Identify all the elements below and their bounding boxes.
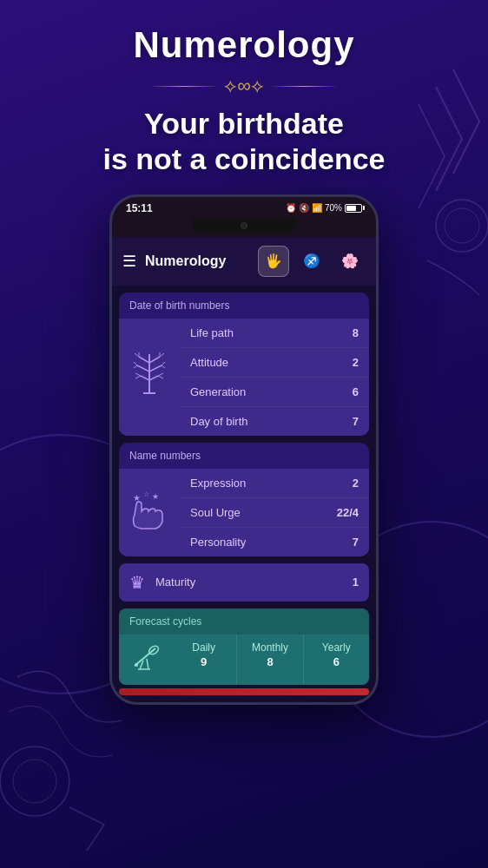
day-of-birth-value: 7 bbox=[353, 415, 359, 428]
astrology-button[interactable]: ♐ bbox=[296, 246, 327, 277]
generation-label: Generation bbox=[190, 385, 246, 398]
date-of-birth-section: Date of birth numbers bbox=[119, 293, 369, 436]
svg-line-5 bbox=[139, 357, 149, 363]
forecast-section: Forecast cycles bbox=[119, 608, 369, 685]
svg-text:★: ★ bbox=[152, 492, 159, 501]
daily-label: Daily bbox=[175, 641, 233, 654]
header-icons: 🖐 ♐ 🌸 bbox=[258, 246, 366, 277]
svg-line-11 bbox=[135, 353, 139, 357]
personality-label: Personality bbox=[190, 536, 246, 549]
forecast-icon bbox=[129, 641, 161, 678]
date-of-birth-body: Life path 8 Attitude 2 Generation 6 bbox=[119, 319, 369, 436]
soul-urge-value: 22/4 bbox=[337, 506, 359, 519]
maturity-icon: ♛ bbox=[129, 572, 145, 593]
svg-text:☆: ☆ bbox=[143, 490, 149, 498]
life-path-row[interactable]: Life path 8 bbox=[180, 319, 369, 348]
life-path-label: Life path bbox=[190, 326, 234, 339]
yearly-label: Yearly bbox=[307, 641, 366, 654]
ornament-symbol: ⟡∞⟡ bbox=[224, 75, 264, 97]
name-numbers-body: ★ ☆ ★ Expression 2 bbox=[119, 469, 369, 556]
svg-line-20 bbox=[135, 376, 141, 378]
svg-line-30 bbox=[147, 659, 148, 669]
attitude-value: 2 bbox=[353, 356, 359, 369]
battery-label: 70% bbox=[325, 203, 342, 213]
date-icon-col bbox=[119, 319, 180, 436]
forecast-body: Daily 9 Monthly 8 Yearly 6 bbox=[119, 635, 369, 685]
expression-label: Expression bbox=[190, 477, 246, 490]
name-numbers-rows: Expression 2 Soul Urge 22/4 Personality … bbox=[180, 469, 369, 556]
maturity-label: Maturity bbox=[155, 575, 342, 589]
name-numbers-section: Name numbers ★ ☆ bbox=[119, 443, 369, 556]
personality-row[interactable]: Personality 7 bbox=[180, 528, 369, 556]
divider-line-left bbox=[149, 86, 219, 87]
soul-urge-label: Soul Urge bbox=[190, 506, 241, 519]
subtitle-line2: is not a coincidence bbox=[103, 142, 386, 175]
notch-bar bbox=[112, 218, 376, 237]
svg-line-13 bbox=[160, 353, 164, 357]
attitude-row[interactable]: Attitude 2 bbox=[180, 348, 369, 378]
svg-line-27 bbox=[135, 648, 155, 666]
life-path-value: 8 bbox=[353, 326, 359, 339]
expression-value: 2 bbox=[353, 477, 359, 490]
svg-line-18 bbox=[162, 365, 165, 368]
forecast-monthly[interactable]: Monthly 8 bbox=[236, 635, 302, 685]
palmistry-button[interactable]: 🖐 bbox=[258, 246, 289, 277]
day-of-birth-row[interactable]: Day of birth 7 bbox=[180, 407, 369, 436]
forecast-yearly[interactable]: Yearly 6 bbox=[303, 635, 369, 685]
maturity-value: 1 bbox=[353, 575, 359, 589]
svg-line-7 bbox=[137, 365, 149, 372]
yearly-value: 6 bbox=[307, 655, 366, 668]
front-camera bbox=[241, 222, 247, 229]
svg-line-6 bbox=[149, 357, 160, 363]
svg-line-9 bbox=[141, 376, 149, 380]
expression-row[interactable]: Expression 2 bbox=[180, 469, 369, 498]
forecast-daily[interactable]: Daily 9 bbox=[171, 635, 236, 685]
svg-text:★: ★ bbox=[133, 493, 141, 503]
status-icons: ⏰ 🔇 📶 70% bbox=[286, 203, 362, 213]
svg-point-32 bbox=[135, 663, 138, 667]
day-of-birth-label: Day of birth bbox=[190, 415, 247, 428]
bottom-hint-bar bbox=[119, 688, 369, 695]
svg-line-10 bbox=[149, 376, 158, 380]
alarm-icon: ⏰ bbox=[286, 203, 296, 213]
ornament-divider: ⟡∞⟡ bbox=[0, 75, 488, 97]
divider-line-right bbox=[269, 86, 339, 87]
name-icon-col: ★ ☆ ★ bbox=[119, 469, 180, 556]
background: Numerology ⟡∞⟡ Your birthdate is not a c… bbox=[0, 0, 488, 868]
forecast-header: Forecast cycles bbox=[119, 608, 369, 635]
maturity-section[interactable]: ♛ Maturity 1 bbox=[119, 563, 369, 602]
soul-urge-row[interactable]: Soul Urge 22/4 bbox=[180, 498, 369, 528]
forecast-items: Daily 9 Monthly 8 Yearly 6 bbox=[171, 635, 369, 685]
subtitle-line1: Your birthdate bbox=[144, 107, 344, 140]
app-header-title: Numerology bbox=[145, 253, 249, 269]
notch bbox=[192, 218, 296, 233]
status-bar: 15:11 ⏰ 🔇 📶 70% bbox=[112, 197, 376, 218]
subtitle: Your birthdate is not a coincidence bbox=[0, 106, 488, 177]
attitude-label: Attitude bbox=[190, 356, 228, 369]
svg-line-15 bbox=[134, 362, 137, 365]
hamburger-icon[interactable]: ☰ bbox=[122, 252, 136, 271]
svg-point-3 bbox=[13, 760, 56, 803]
sound-icon: 🔇 bbox=[299, 203, 309, 213]
lotus-button[interactable]: 🌸 bbox=[334, 246, 366, 277]
battery-fill bbox=[346, 206, 356, 211]
date-of-birth-header: Date of birth numbers bbox=[119, 293, 369, 319]
svg-line-8 bbox=[149, 365, 162, 372]
app-header: ☰ Numerology 🖐 ♐ 🌸 bbox=[112, 237, 376, 286]
phone-frame: 15:11 ⏰ 🔇 📶 70% bbox=[109, 194, 379, 705]
date-of-birth-rows: Life path 8 Attitude 2 Generation 6 bbox=[180, 319, 369, 436]
monthly-value: 8 bbox=[241, 655, 299, 668]
svg-point-2 bbox=[0, 746, 69, 816]
svg-line-17 bbox=[162, 362, 165, 365]
wifi-icon: 📶 bbox=[312, 203, 322, 213]
app-content: Date of birth numbers bbox=[112, 286, 376, 702]
forecast-icon-col bbox=[119, 635, 171, 685]
app-title: Numerology bbox=[0, 24, 488, 66]
monthly-label: Monthly bbox=[241, 641, 299, 654]
personality-value: 7 bbox=[353, 536, 359, 549]
generation-row[interactable]: Generation 6 bbox=[180, 378, 369, 407]
svg-line-22 bbox=[158, 376, 163, 378]
svg-line-19 bbox=[135, 373, 141, 376]
battery-tip bbox=[363, 206, 365, 210]
date-icon bbox=[130, 350, 169, 404]
